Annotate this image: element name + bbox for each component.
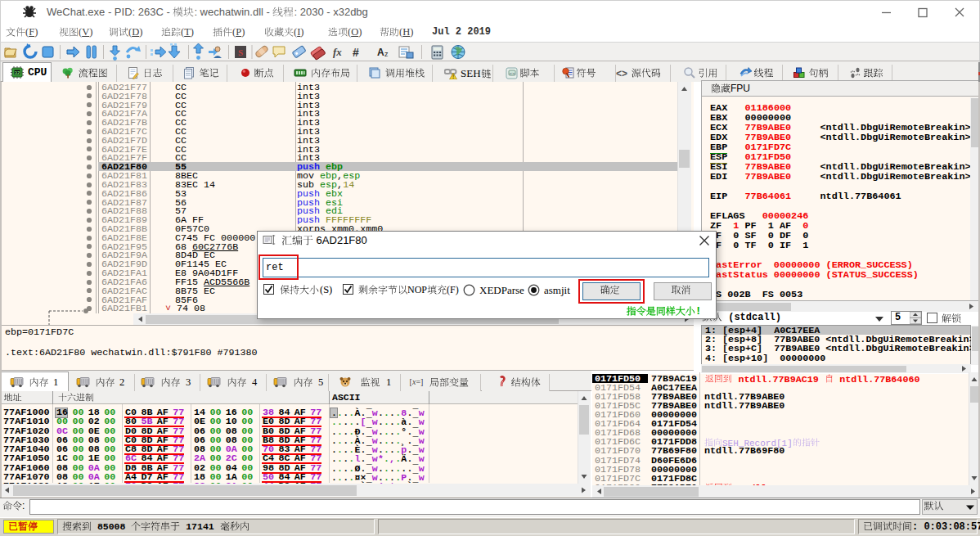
svg-text:z: z — [384, 50, 389, 58]
svg-text:[x=]: [x=] — [410, 377, 424, 386]
svg-text:<>: <> — [509, 71, 515, 77]
svg-text:S: S — [238, 47, 243, 57]
svg-text:<>: <> — [616, 68, 627, 79]
svg-text:fx: fx — [333, 46, 342, 58]
svg-text:A: A — [377, 47, 384, 58]
svg-text:!: ! — [452, 74, 454, 79]
svg-text:32: 32 — [15, 70, 20, 76]
svg-text:#: # — [353, 46, 359, 59]
